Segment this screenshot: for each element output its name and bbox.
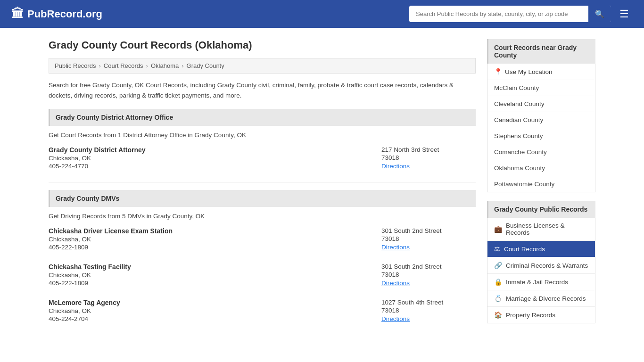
- record-city-0: Chickasha, OK: [49, 155, 381, 162]
- sep-3: ›: [182, 62, 183, 69]
- public-records-item-marriage[interactable]: 💍 Marriage & Divorce Records: [487, 290, 595, 307]
- directions-link-dmv-1[interactable]: Directions: [381, 280, 410, 287]
- public-records-label-court: Court Records: [504, 246, 545, 253]
- site-header: 🏛 PubRecord.org 🔍 ☰: [0, 0, 644, 28]
- location-pin-icon: 📍: [494, 68, 502, 75]
- directions-link-dmv-2[interactable]: Directions: [381, 315, 410, 322]
- record-address2-dmv-0: 73018: [381, 235, 476, 242]
- record-address1-0: 217 North 3rd Street: [381, 146, 476, 153]
- scales-icon: ⚖: [494, 245, 500, 253]
- search-button[interactable]: 🔍: [588, 6, 611, 22]
- public-records-list: 💼 Business Licenses & Records ⚖ Court Re…: [487, 218, 595, 323]
- nearby-county-pottawatomie[interactable]: Pottawatomie County: [487, 176, 595, 192]
- public-records-label-business: Business Licenses & Records: [506, 222, 588, 236]
- ring-icon: 💍: [494, 295, 502, 302]
- nearby-county-mcclain[interactable]: McClain County: [487, 80, 595, 96]
- sidebar: Court Records near Grady County 📍 Use My…: [487, 39, 595, 335]
- logo-building-icon: 🏛: [11, 7, 24, 21]
- breadcrumb-court-records[interactable]: Court Records: [104, 62, 143, 69]
- nearby-county-oklahoma[interactable]: Oklahoma County: [487, 160, 595, 176]
- record-entry-dmv-1: Chickasha Testing Facility Chickasha, OK…: [49, 263, 476, 288]
- link-icon: 🔗: [494, 262, 502, 269]
- record-address2-dmv-1: 73018: [381, 271, 476, 278]
- record-name-dmv-2: McLemore Tag Agency: [49, 299, 381, 306]
- site-logo[interactable]: 🏛 PubRecord.org: [11, 7, 102, 21]
- search-input[interactable]: [409, 7, 588, 21]
- record-name-dmv-0: Chickasha Driver License Exam Station: [49, 227, 381, 235]
- nearby-section-title: Court Records near Grady County: [487, 39, 595, 64]
- public-records-item-inmate[interactable]: 🔒 Inmate & Jail Records: [487, 274, 595, 290]
- public-records-label-marriage: Marriage & Divorce Records: [506, 295, 586, 302]
- record-phone-dmv-2: 405-224-2704: [49, 315, 381, 322]
- page-description: Search for free Grady County, OK Court R…: [49, 80, 476, 100]
- record-address1-dmv-0: 301 South 2nd Street: [381, 227, 476, 234]
- record-city-dmv-2: Chickasha, OK: [49, 307, 381, 314]
- public-records-item-business[interactable]: 💼 Business Licenses & Records: [487, 218, 595, 241]
- nearby-county-cleveland[interactable]: Cleveland County: [487, 96, 595, 112]
- record-name-dmv-1: Chickasha Testing Facility: [49, 263, 381, 271]
- section-header-dmvs: Grady County DMVs: [49, 190, 476, 207]
- breadcrumb: Public Records › Court Records › Oklahom…: [49, 58, 476, 74]
- nearby-list: 📍 Use My Location McClain County Clevela…: [487, 64, 595, 192]
- search-bar: 🔍: [409, 6, 611, 22]
- briefcase-icon: 💼: [494, 225, 502, 233]
- record-address1-dmv-1: 301 South 2nd Street: [381, 263, 476, 270]
- record-phone-dmv-1: 405-222-1809: [49, 280, 381, 287]
- breadcrumb-oklahoma[interactable]: Oklahoma: [151, 62, 179, 69]
- public-records-label-inmate: Inmate & Jail Records: [506, 279, 568, 286]
- public-records-label-criminal: Criminal Records & Warrants: [506, 262, 588, 269]
- public-records-section-title: Grady County Public Records: [487, 201, 595, 218]
- section-header-district-attorney: Grady County District Attorney Office: [49, 109, 476, 126]
- record-entry-district-attorney: Grady County District Attorney Chickasha…: [49, 146, 476, 171]
- sep-2: ›: [146, 62, 148, 69]
- record-city-dmv-0: Chickasha, OK: [49, 236, 381, 243]
- record-address2-0: 73018: [381, 154, 476, 161]
- public-records-item-criminal[interactable]: 🔗 Criminal Records & Warrants: [487, 257, 595, 274]
- use-my-location[interactable]: 📍 Use My Location: [487, 64, 595, 80]
- public-records-item-property[interactable]: 🏠 Property Records: [487, 307, 595, 323]
- public-records-item-court[interactable]: ⚖ Court Records: [487, 241, 595, 257]
- hamburger-button[interactable]: ☰: [616, 6, 633, 22]
- use-my-location-label: Use My Location: [505, 68, 553, 75]
- public-records-label-property: Property Records: [506, 312, 555, 319]
- house-icon: 🏠: [494, 311, 502, 319]
- directions-link-0[interactable]: Directions: [381, 163, 410, 170]
- nearby-county-comanche[interactable]: Comanche County: [487, 144, 595, 160]
- nearby-county-stephens[interactable]: Stephens County: [487, 128, 595, 144]
- record-city-dmv-1: Chickasha, OK: [49, 272, 381, 279]
- section-desc-dmvs: Get Driving Records from 5 DMVs in Grady…: [49, 213, 476, 220]
- lock-icon: 🔒: [494, 278, 502, 286]
- header-right: 🔍 ☰: [409, 6, 633, 22]
- record-address2-dmv-2: 73018: [381, 307, 476, 314]
- logo-text: PubRecord.org: [27, 8, 102, 20]
- breadcrumb-public-records[interactable]: Public Records: [55, 62, 96, 69]
- sep-1: ›: [99, 62, 100, 69]
- nearby-county-canadian[interactable]: Canadian County: [487, 112, 595, 128]
- record-entry-dmv-0: Chickasha Driver License Exam Station Ch…: [49, 227, 476, 252]
- page-content: Grady County Court Records (Oklahoma) Pu…: [39, 28, 605, 346]
- divider-1: [49, 182, 476, 182]
- record-entry-dmv-2: McLemore Tag Agency Chickasha, OK 405-22…: [49, 299, 476, 323]
- directions-link-dmv-0[interactable]: Directions: [381, 244, 410, 251]
- record-phone-0: 405-224-4770: [49, 163, 381, 170]
- page-title: Grady County Court Records (Oklahoma): [49, 39, 476, 51]
- record-name-0: Grady County District Attorney: [49, 146, 381, 154]
- record-phone-dmv-0: 405-222-1809: [49, 244, 381, 251]
- record-address1-dmv-2: 1027 South 4th Street: [381, 299, 476, 306]
- breadcrumb-grady-county: Grady County: [187, 62, 224, 69]
- main-column: Grady County Court Records (Oklahoma) Pu…: [49, 39, 476, 335]
- section-desc-district-attorney: Get Court Records from 1 District Attorn…: [49, 132, 476, 139]
